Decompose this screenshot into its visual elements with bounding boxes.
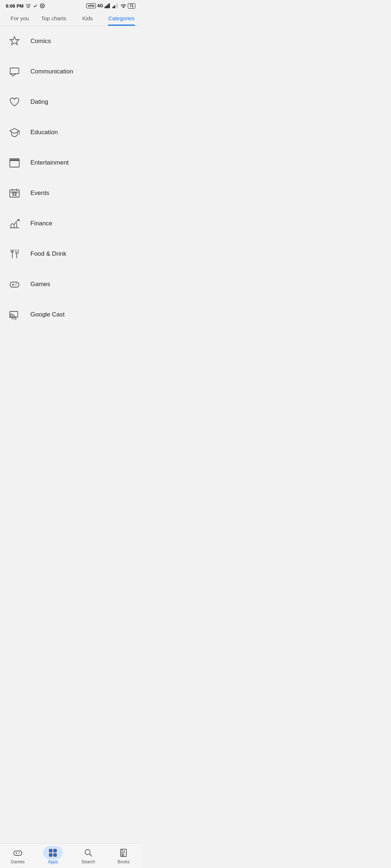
events-label: Events (30, 190, 49, 197)
svg-rect-8 (114, 5, 115, 8)
category-item-google-cast[interactable]: Google Cast (0, 299, 141, 330)
food-drink-label: Food & Drink (30, 250, 66, 258)
dating-icon (7, 95, 22, 109)
entertainment-icon (7, 156, 22, 170)
events-icon (7, 186, 22, 200)
category-item-education[interactable]: Education (0, 117, 141, 148)
signal-icon (105, 3, 111, 8)
food-drink-icon (7, 247, 22, 261)
category-item-events[interactable]: Events (0, 178, 141, 208)
svg-point-35 (16, 284, 17, 284)
education-label: Education (30, 129, 58, 136)
google-cast-icon (7, 307, 22, 322)
svg-rect-16 (10, 160, 19, 167)
wifi-icon (121, 3, 126, 8)
communication-icon (7, 64, 22, 79)
vpn-badge: VPN (86, 3, 96, 8)
category-item-games[interactable]: Games (0, 269, 141, 299)
status-right: VPN 4G 71 (86, 3, 135, 9)
check-icon (33, 4, 38, 8)
dating-label: Dating (30, 98, 48, 106)
communication-label: Communication (30, 68, 73, 75)
svg-marker-14 (10, 128, 19, 133)
svg-point-36 (15, 285, 16, 285)
entertainment-label: Entertainment (30, 159, 69, 166)
svg-point-11 (123, 7, 124, 8)
svg-rect-9 (115, 4, 116, 8)
signal2-icon (113, 3, 119, 8)
finance-label: Finance (30, 220, 52, 227)
svg-rect-32 (10, 282, 19, 287)
tab-categories[interactable]: Categories (105, 10, 139, 26)
category-item-communication[interactable]: Communication (0, 56, 141, 87)
svg-rect-13 (10, 68, 19, 74)
network-type: 4G (97, 3, 103, 8)
svg-rect-5 (107, 4, 108, 8)
battery-indicator: 71 (128, 3, 135, 9)
category-item-dating[interactable]: Dating (0, 87, 141, 117)
category-item-finance[interactable]: Finance (0, 208, 141, 239)
svg-point-2 (42, 5, 43, 7)
category-list: Comics Communication Dating Education (0, 26, 141, 330)
svg-rect-7 (113, 7, 114, 8)
google-cast-label: Google Cast (30, 311, 65, 318)
settings-icon (40, 3, 45, 8)
tab-top-charts[interactable]: Top charts (37, 10, 71, 26)
status-bar: 6:06 PM VPN 4G 71 (0, 0, 141, 10)
tab-for-you[interactable]: For you (3, 10, 37, 26)
category-item-food-drink[interactable]: Food & Drink (0, 239, 141, 269)
svg-rect-10 (117, 3, 118, 8)
svg-marker-12 (10, 37, 19, 45)
category-item-entertainment[interactable]: Entertainment (0, 148, 141, 178)
status-left: 6:06 PM (6, 3, 45, 9)
comics-icon (7, 34, 22, 48)
education-icon (7, 125, 22, 140)
games-icon (7, 277, 22, 292)
svg-rect-6 (109, 3, 110, 8)
svg-rect-4 (106, 5, 107, 8)
comics-label: Comics (30, 38, 51, 45)
svg-rect-3 (105, 7, 106, 8)
category-item-comics[interactable]: Comics (0, 26, 141, 56)
tab-kids[interactable]: Kids (71, 10, 105, 26)
nav-tabs: For you Top charts Kids Categories (0, 10, 141, 26)
finance-icon (7, 216, 22, 231)
games-label: Games (30, 281, 50, 288)
alarm-icon (26, 3, 31, 8)
time: 6:06 PM (6, 3, 24, 9)
